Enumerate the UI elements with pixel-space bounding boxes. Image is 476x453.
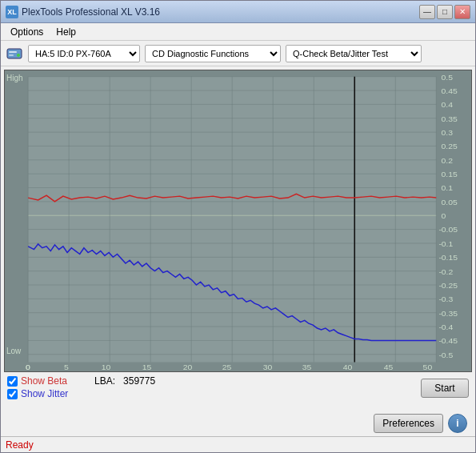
svg-point-3 xyxy=(17,54,20,57)
svg-text:-0.5: -0.5 xyxy=(438,351,453,359)
app-icon: XL xyxy=(6,6,18,18)
svg-text:-0.15: -0.15 xyxy=(438,254,458,263)
svg-text:20: 20 xyxy=(183,363,193,371)
show-jitter-label: Show Jitter xyxy=(21,388,68,399)
svg-text:0: 0 xyxy=(442,211,446,220)
show-beta-label: Show Beta xyxy=(21,375,67,387)
svg-text:30: 30 xyxy=(263,363,273,371)
svg-text:0: 0 xyxy=(26,363,30,371)
checkboxes-section: Show Beta LBA: 359775 Show Jitter xyxy=(7,375,155,399)
status-bar: Ready xyxy=(1,436,475,452)
function-select[interactable]: CD Diagnostic Functions xyxy=(145,45,281,62)
title-bar-controls: — □ ✕ xyxy=(419,5,470,19)
svg-text:-0.2: -0.2 xyxy=(438,267,453,276)
y-label-low: Low xyxy=(6,347,21,355)
main-window: XL PlexTools Professional XL V3.16 — □ ✕… xyxy=(0,0,476,453)
svg-text:-0.45: -0.45 xyxy=(438,337,458,346)
close-button[interactable]: ✕ xyxy=(454,5,470,19)
drive-select[interactable]: HA:5 ID:0 PX-760A xyxy=(28,45,140,62)
svg-text:-0.35: -0.35 xyxy=(438,309,458,318)
show-jitter-checkbox[interactable] xyxy=(7,389,18,399)
show-beta-checkbox-row: Show Beta LBA: 359775 xyxy=(7,375,155,387)
svg-text:-0.25: -0.25 xyxy=(438,281,458,290)
svg-text:0.45: 0.45 xyxy=(442,86,458,95)
svg-rect-1 xyxy=(9,51,17,53)
title-bar: XL PlexTools Professional XL V3.16 — □ ✕ xyxy=(1,1,475,23)
start-button[interactable]: Start xyxy=(421,379,469,398)
svg-text:40: 40 xyxy=(343,363,353,371)
svg-text:25: 25 xyxy=(222,363,232,371)
status-text: Ready xyxy=(6,439,34,451)
svg-text:45: 45 xyxy=(384,363,394,371)
svg-rect-2 xyxy=(9,54,14,56)
title-bar-left: XL PlexTools Professional XL V3.16 xyxy=(6,6,160,18)
svg-text:35: 35 xyxy=(302,363,312,371)
chart-svg: 0.5 0.45 0.4 0.35 0.3 0.25 0.2 0.15 0.1 … xyxy=(5,70,471,371)
svg-text:0.1: 0.1 xyxy=(442,184,454,193)
svg-text:-0.4: -0.4 xyxy=(438,323,453,331)
minimize-button[interactable]: — xyxy=(419,5,435,19)
test-select[interactable]: Q-Check Beta/Jitter Test xyxy=(286,45,422,62)
info-button[interactable]: i xyxy=(448,414,467,433)
menu-options[interactable]: Options xyxy=(4,25,50,39)
svg-text:0.4: 0.4 xyxy=(442,101,454,110)
svg-text:0.05: 0.05 xyxy=(442,198,458,206)
preferences-button[interactable]: Preferences xyxy=(374,414,443,433)
svg-text:0.15: 0.15 xyxy=(442,170,458,178)
svg-text:-0.1: -0.1 xyxy=(438,239,453,248)
svg-text:50: 50 xyxy=(423,363,433,371)
actions-row: Preferences i xyxy=(7,414,469,433)
maximize-button[interactable]: □ xyxy=(437,5,453,19)
menu-bar: Options Help xyxy=(1,23,475,41)
menu-help[interactable]: Help xyxy=(50,25,82,39)
svg-text:0.2: 0.2 xyxy=(442,156,454,165)
show-jitter-checkbox-row: Show Jitter xyxy=(7,388,68,399)
svg-rect-0 xyxy=(7,49,22,58)
chart-area: High Low xyxy=(4,70,472,372)
toolbar: HA:5 ID:0 PX-760A CD Diagnostic Function… xyxy=(1,41,475,66)
y-label-high: High xyxy=(6,74,23,82)
lba-label: LBA: xyxy=(94,375,115,387)
svg-text:0.25: 0.25 xyxy=(442,142,458,151)
svg-text:-0.05: -0.05 xyxy=(438,226,458,235)
svg-text:10: 10 xyxy=(102,363,111,371)
show-beta-checkbox[interactable] xyxy=(7,376,18,387)
svg-text:0.3: 0.3 xyxy=(442,128,454,137)
drive-icon xyxy=(6,45,23,62)
svg-text:15: 15 xyxy=(142,363,152,371)
bottom-bar: Show Beta LBA: 359775 Show Jitter Start … xyxy=(1,372,475,436)
svg-text:0.5: 0.5 xyxy=(442,73,454,82)
window-title: PlexTools Professional XL V3.16 xyxy=(22,6,160,18)
svg-text:0.35: 0.35 xyxy=(442,114,458,123)
svg-text:5: 5 xyxy=(64,363,69,371)
lba-value: 359775 xyxy=(123,375,155,387)
svg-text:-0.3: -0.3 xyxy=(438,295,453,304)
